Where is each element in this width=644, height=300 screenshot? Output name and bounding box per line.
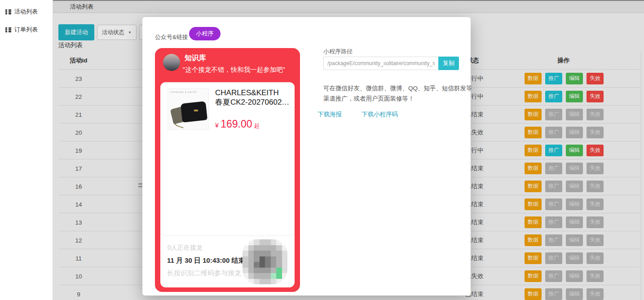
app-window: 活动列表 订单列表 活动列表 新建活动 活动状态 ▼ 活动列表 活动id 状态 …	[0, 0, 644, 300]
currency-symbol: ¥	[215, 122, 219, 129]
promotion-help-text: 可在微信好友、微信群、微博、QQ、知乎、短信群发等渠道推广，或者用户页面装修等！	[323, 84, 475, 104]
mini-program-path-input[interactable]	[323, 57, 438, 70]
product-title-line2: 春夏CK2-20270602…	[215, 97, 295, 107]
bag-clasp-shape	[194, 110, 198, 111]
long-press-hint: 长按识别二维码参与接龙	[167, 269, 241, 278]
preview-nickname: 知识库	[185, 53, 206, 63]
sidebar-item-label: 订单列表	[14, 26, 38, 34]
avatar	[163, 54, 180, 71]
tab-official-account-link[interactable]: 公众号&链接	[155, 33, 188, 41]
product-image: CHARLES & KEITH	[168, 88, 209, 130]
sidebar-item-label: 活动列表	[14, 8, 38, 16]
product-title-line1: CHARLES&KEITH	[215, 88, 295, 97]
deadline-text: 11 月 30 日 10:43:00 结束	[167, 256, 245, 265]
product-section: CHARLES & KEITH CHARLES&KEITH 春夏CK2-2027…	[160, 82, 295, 235]
product-price: ¥ 169.00 起	[215, 118, 260, 130]
preview-inner-card: CHARLES & KEITH CHARLES&KEITH 春夏CK2-2027…	[160, 82, 295, 287]
tab-mini-program[interactable]: 小程序	[189, 27, 221, 40]
path-copy-row: 复制	[323, 57, 459, 70]
sidebar-item-order-list[interactable]: 订单列表	[0, 21, 53, 39]
sidebar: 活动列表 订单列表	[0, 0, 53, 300]
price-suffix: 起	[254, 123, 260, 129]
copy-button[interactable]: 复制	[438, 57, 459, 70]
participants-count: 0人正在接龙	[168, 244, 203, 252]
mini-program-path-label: 小程序路径	[323, 48, 353, 56]
product-title: CHARLES&KEITH 春夏CK2-20270602…	[215, 88, 295, 107]
list-icon	[5, 9, 11, 14]
download-miniprogram-code-link[interactable]: 下载小程序码	[362, 110, 398, 119]
price-amount: 169.00	[221, 118, 252, 130]
list-icon	[5, 27, 11, 32]
download-poster-link[interactable]: 下载海报	[318, 110, 342, 119]
qr-code-blurred	[243, 239, 287, 284]
sidebar-item-activity-list[interactable]: 活动列表	[0, 3, 53, 21]
share-modal: 公众号&链接 小程序 知识库 "这个接龙不错，快和我一起参加吧" CHARLES…	[142, 17, 471, 296]
share-preview-card: 知识库 "这个接龙不错，快和我一起参加吧" CHARLES & KEITH CH…	[155, 48, 300, 292]
preview-quote: "这个接龙不错，快和我一起参加吧"	[183, 66, 285, 74]
black-bag-shape	[181, 101, 207, 123]
product-image-brand-text: CHARLES & KEITH	[170, 91, 197, 93]
